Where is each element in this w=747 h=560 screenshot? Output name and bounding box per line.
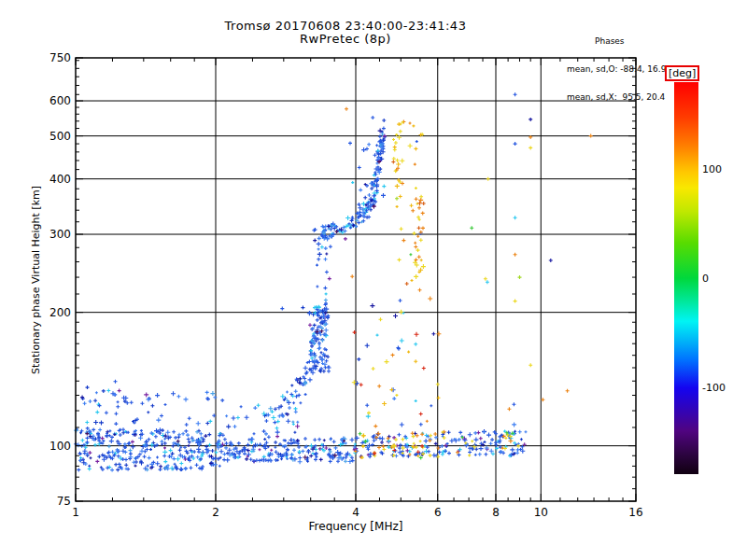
tick-label: 600 xyxy=(49,94,71,107)
x-axis-label: Frequency [MHz] xyxy=(76,520,636,533)
tick-label: 1 xyxy=(72,506,79,519)
colorbar-gradient xyxy=(674,82,698,474)
ionogram-screen: 12468101675100200300400500600750 Tromsø … xyxy=(0,0,747,560)
tick-label: 200 xyxy=(49,306,71,319)
colorbar-tick-label: 0 xyxy=(702,273,709,284)
title-block: Tromsø 20170608 23:40:00-23:41:43 RwPret… xyxy=(65,20,626,46)
y-axis-label: Stationary phase Virtual Height [km] xyxy=(30,186,42,374)
scatter-points-darkpurple xyxy=(85,160,381,459)
phase-stats-header: Phases xyxy=(595,36,666,46)
scatter-points-yellowgreen xyxy=(395,197,522,279)
phase-stats-x-mode: mean, sd,X: 95.5, 20.4 xyxy=(567,92,666,102)
tick-label: 500 xyxy=(49,130,71,143)
phase-stats-block: Phases mean, sd,O: -88.4, 16.9 mean, sd,… xyxy=(567,18,666,120)
page-subtitle: RwPretec (8p) xyxy=(65,33,626,46)
scatter-points-purple xyxy=(88,134,526,464)
colorbar-tick-label: -100 xyxy=(702,383,726,393)
colorbar-unit-label: [deg] xyxy=(665,65,699,81)
scatter-points-skyblue xyxy=(74,133,511,472)
colorbar-tick-label: 100 xyxy=(702,164,722,175)
tick-label: 10 xyxy=(534,506,548,519)
tick-label: 75 xyxy=(57,495,71,508)
tick-label: 8 xyxy=(492,506,500,519)
tick-label: 400 xyxy=(49,173,71,186)
scatter-points-gold xyxy=(361,122,440,457)
page-title: Tromsø 20170608 23:40:00-23:41:43 xyxy=(65,20,626,33)
scatter-points-royal xyxy=(78,119,523,471)
tick-label: 300 xyxy=(49,228,71,241)
scatter-points-green xyxy=(359,226,514,459)
tick-label: 6 xyxy=(434,506,442,519)
tick-label: 750 xyxy=(49,51,71,64)
tick-label: 2 xyxy=(212,506,219,519)
tick-label: 100 xyxy=(49,440,71,453)
phase-stats-o-mode: mean, sd,O: -88.4, 16.9 xyxy=(567,64,666,74)
tick-label: 16 xyxy=(628,506,642,519)
scatter-points-navy xyxy=(80,118,553,469)
scatter-points-dodger xyxy=(76,142,527,472)
tick-label: 4 xyxy=(352,506,359,519)
scatter-points-blue xyxy=(74,92,525,471)
